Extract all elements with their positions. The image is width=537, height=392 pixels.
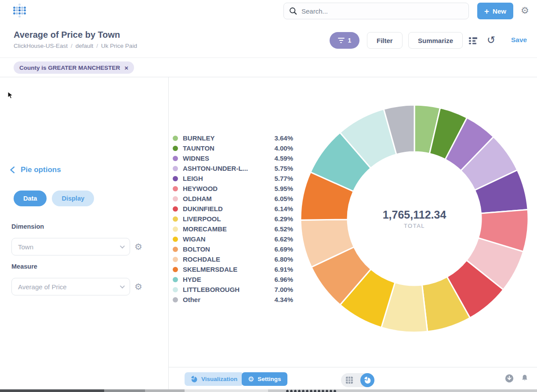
legend-label: LITTLEBOROUGH <box>183 286 274 293</box>
legend-item[interactable]: LIVERPOOL 6.29% <box>173 214 293 224</box>
legend-value: 6.62% <box>274 235 293 243</box>
legend-item[interactable]: HYDE 6.96% <box>173 274 293 284</box>
save-button[interactable]: Save <box>511 36 527 44</box>
dimension-value: Town <box>18 243 120 251</box>
filter-chip-row: County is GREATER MANCHESTER × <box>0 58 537 77</box>
legend-item[interactable]: LEIGH 5.77% <box>173 173 293 183</box>
legend-dot <box>173 156 178 161</box>
search-icon <box>289 7 297 15</box>
legend-value: 6.29% <box>274 215 293 223</box>
legend-dot <box>173 166 178 171</box>
gear-icon[interactable]: ⚙ <box>521 5 529 16</box>
list-icon[interactable] <box>468 36 478 47</box>
breadcrumb: ClickHouse-US-East / default / Uk Price … <box>14 43 137 49</box>
settings-button-label: Settings <box>258 376 281 382</box>
legend-dot <box>173 136 178 141</box>
legend-item[interactable]: TAUNTON 4.00% <box>173 143 293 153</box>
measure-select[interactable]: Average of Price <box>11 278 130 295</box>
legend-label: ROCHDALE <box>183 255 274 263</box>
download-icon[interactable] <box>504 374 514 383</box>
tab-data[interactable]: Data <box>14 191 47 206</box>
search-input[interactable]: Search... <box>283 3 469 19</box>
visualization-button[interactable]: Visualization <box>185 372 243 386</box>
pie-options-sidebar: Pie options Data Display Dimension Town … <box>0 77 169 392</box>
legend-value: 3.64% <box>274 134 293 142</box>
table-icon[interactable] <box>345 376 353 384</box>
filter-count: 1 <box>348 37 352 44</box>
legend-item[interactable]: BURNLEY 3.64% <box>173 133 293 143</box>
legend-dot <box>173 216 178 222</box>
tab-display[interactable]: Display <box>52 191 94 206</box>
legend-dot <box>173 247 178 252</box>
donut-chart: 1,765,112.34 TOTAL <box>299 104 530 334</box>
filter-button[interactable]: Filter <box>367 32 403 49</box>
sidebar-tabs: Data Display <box>14 191 94 206</box>
breadcrumb-database[interactable]: ClickHouse-US-East <box>14 43 68 49</box>
breadcrumb-table[interactable]: Uk Price Paid <box>101 43 137 49</box>
legend-item[interactable]: SKELMERSDALE 6.91% <box>173 264 293 274</box>
legend-value: 6.91% <box>274 266 293 273</box>
page-title: Average of Price by Town <box>14 30 120 40</box>
summarize-button[interactable]: Summarize <box>408 32 463 49</box>
plus-icon: + <box>484 7 489 15</box>
filter-count-pill[interactable]: 1 <box>330 32 359 49</box>
legend-dot <box>173 176 178 181</box>
legend-item[interactable]: HEYWOOD 5.95% <box>173 183 293 194</box>
metabase-logo-icon[interactable] <box>13 3 26 18</box>
legend-label: MORECAMBE <box>183 225 274 233</box>
legend-label: SKELMERSDALE <box>183 266 274 273</box>
legend-item[interactable]: ASHTON-UNDER-L... 5.75% <box>173 163 293 173</box>
legend-dot <box>173 227 178 232</box>
breadcrumb-separator: / <box>96 43 98 49</box>
close-icon[interactable]: × <box>124 64 128 72</box>
refresh-icon[interactable]: ↺ <box>487 34 495 46</box>
new-button[interactable]: + New <box>477 3 513 19</box>
legend-value: 6.05% <box>274 195 293 202</box>
sidebar-heading: Pie options <box>21 165 61 174</box>
legend-dot <box>173 196 178 201</box>
legend-value: 4.00% <box>274 144 293 152</box>
legend-item[interactable]: WIDNES 4.59% <box>173 153 293 163</box>
visualization-button-label: Visualization <box>201 376 237 382</box>
chevron-down-icon <box>120 284 125 288</box>
legend-item[interactable]: ROCHDALE 6.80% <box>173 254 293 264</box>
legend-item[interactable]: Other 4.34% <box>173 295 293 305</box>
pie-legend: BURNLEY 3.64% TAUNTON 4.00% WIDNES 4.59%… <box>173 133 293 305</box>
legend-label: Other <box>183 296 274 303</box>
back-chevron-icon[interactable] <box>9 166 16 176</box>
legend-dot <box>173 257 178 262</box>
legend-dot <box>173 267 178 272</box>
legend-dot <box>173 237 178 242</box>
legend-item[interactable]: MORECAMBE 6.52% <box>173 224 293 234</box>
gear-icon: ⚙ <box>248 375 254 383</box>
measure-label: Measure <box>11 263 37 270</box>
legend-value: 6.96% <box>274 276 293 283</box>
legend-label: HYDE <box>183 276 274 283</box>
legend-item[interactable]: BOLTON 6.69% <box>173 244 293 254</box>
legend-item[interactable]: LITTLEBOROUGH 7.00% <box>173 284 293 295</box>
legend-label: BURNLEY <box>183 134 274 142</box>
legend-value: 6.80% <box>274 255 293 263</box>
settings-button[interactable]: ⚙ Settings <box>242 372 287 386</box>
legend-item[interactable]: OLDHAM 6.05% <box>173 194 293 204</box>
bottom-bar: Visualization ⚙ Settings <box>169 367 537 390</box>
measure-gear-icon[interactable]: ⚙ <box>134 281 142 292</box>
legend-value: 4.59% <box>274 155 293 162</box>
pie-chart-icon[interactable] <box>360 373 374 387</box>
legend-label: DUKINFIELD <box>183 205 274 212</box>
legend-value: 4.34% <box>274 296 293 303</box>
legend-item[interactable]: WIGAN 6.62% <box>173 234 293 244</box>
legend-value: 7.00% <box>274 286 293 293</box>
window-edge-strip <box>0 389 537 392</box>
legend-dot <box>173 146 178 151</box>
dimension-select[interactable]: Town <box>11 238 130 255</box>
bell-icon[interactable] <box>520 373 529 383</box>
filter-chip[interactable]: County is GREATER MANCHESTER × <box>14 61 134 74</box>
legend-item[interactable]: DUKINFIELD 6.14% <box>173 204 293 214</box>
visualization-canvas: BURNLEY 3.64% TAUNTON 4.00% WIDNES 4.59%… <box>169 78 537 367</box>
table-pie-toggle <box>341 373 374 387</box>
breadcrumb-schema[interactable]: default <box>76 43 94 49</box>
metabase-app: Search... + New ⚙ Average of Price by To… <box>0 0 537 392</box>
dimension-gear-icon[interactable]: ⚙ <box>134 241 142 252</box>
donut-svg <box>299 104 530 334</box>
